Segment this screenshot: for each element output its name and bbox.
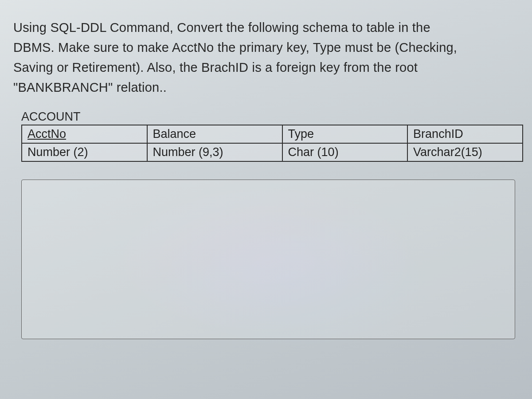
question-line: Saving or Retirement). Also, the BrachID… [13,60,418,74]
table-row: AcctNo Balance Type BranchID [22,125,523,143]
column-datatype: Number (9,3) [147,143,282,161]
column-name: Type [282,125,408,143]
answer-textarea[interactable] [21,180,515,339]
question-line: "BANKBRANCH" relation.. [13,80,167,94]
schema-name: ACCOUNT [21,110,523,124]
question-line: DBMS. Make sure to make AcctNo the prima… [13,40,457,55]
column-datatype: Number (2) [22,143,147,161]
column-name: Balance [147,125,282,143]
column-name: BranchID [407,125,523,143]
question-line: Using SQL-DDL Command, Convert the follo… [13,20,430,35]
table-row: Number (2) Number (9,3) Char (10) Varcha… [22,143,523,161]
column-datatype: Char (10) [282,143,408,161]
question-text: Using SQL-DDL Command, Convert the follo… [13,18,523,98]
column-name: AcctNo [22,125,147,143]
column-datatype: Varchar2(15) [407,143,523,161]
schema-table: AcctNo Balance Type BranchID Number (2) … [21,125,523,162]
column-name-text: AcctNo [27,127,66,141]
